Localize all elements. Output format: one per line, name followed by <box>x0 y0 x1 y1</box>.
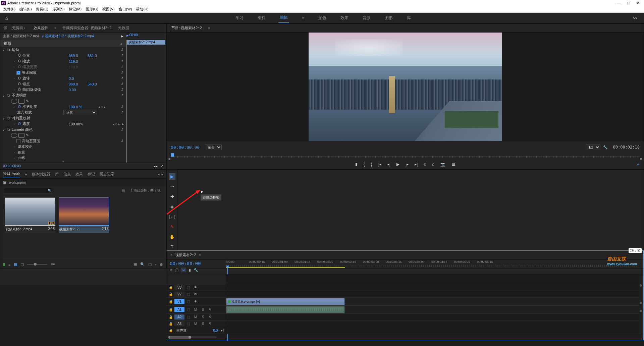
reset-icon[interactable]: ↺ <box>120 82 123 86</box>
add-marker-icon[interactable]: ▮ <box>355 162 358 167</box>
stopwatch-icon[interactable]: Ò <box>17 54 22 57</box>
eye-icon[interactable]: 👁 <box>192 292 199 296</box>
sort-icon[interactable]: ≡▾ <box>51 262 55 267</box>
eye-icon[interactable]: 👁 <box>192 286 199 289</box>
lock-icon[interactable]: 🔒 <box>167 286 174 289</box>
reset-icon[interactable]: ↺ <box>120 59 123 63</box>
lock-icon[interactable]: 🔒 <box>167 308 174 311</box>
menu-edit[interactable]: 编辑(E) <box>18 6 33 12</box>
lumetri-curves[interactable]: ›曲线 <box>0 155 126 159</box>
lock-icon[interactable]: 🔒 <box>167 292 174 296</box>
anchor-x[interactable]: 960.0 <box>69 82 86 86</box>
timeline-timecode[interactable]: 00:00:00:00 <box>170 261 223 266</box>
menu-marker[interactable]: 标记(M) <box>67 6 83 12</box>
mute-icon[interactable]: M <box>192 315 199 319</box>
fit-select[interactable]: 适合 <box>205 145 222 150</box>
lock-icon[interactable]: 🔒 <box>167 300 174 303</box>
timeline-tracks-area[interactable]: 视频素材2~2.mp4 [V] <box>226 274 639 334</box>
timeline-vscroll[interactable] <box>639 274 643 334</box>
find-icon[interactable]: 🔍 <box>140 262 145 267</box>
voice-over-icon[interactable]: 🎙 <box>207 315 214 319</box>
go-to-in-icon[interactable]: |◂ <box>378 162 381 167</box>
hand-tool-icon[interactable]: ✋ <box>169 233 175 240</box>
slip-tool-icon[interactable]: |↔| <box>169 213 175 220</box>
razor-tool-icon[interactable]: ◈ <box>169 203 175 210</box>
magnet-icon[interactable]: ⋂ <box>175 268 178 272</box>
linked-selection-icon[interactable]: ⫘ <box>181 268 186 272</box>
tab-media-browser[interactable]: 媒体浏览器 <box>32 172 50 177</box>
tab-menu-icon[interactable]: ≡ <box>54 26 56 30</box>
home-icon[interactable]: ⌂ <box>0 15 13 21</box>
bin-item-sequence[interactable]: 视频素材2~2 2:18 <box>59 197 109 233</box>
reset-icon[interactable]: ↺ <box>120 110 123 115</box>
ec-clip-bar[interactable]: 视频素材2~2.mp4 <box>127 40 165 45</box>
sync-lock-icon[interactable]: ⬚ <box>184 322 192 326</box>
timeline-zoom-slider[interactable] <box>170 336 217 338</box>
reset-icon[interactable]: ↺ <box>120 88 123 92</box>
trash-icon[interactable]: 🗑 <box>160 263 163 267</box>
fx-toggle-icon[interactable]: fx <box>6 94 11 97</box>
mask-ellipse-icon[interactable] <box>11 133 17 138</box>
timeline-ruler-area[interactable]: :00:0000:00:00:1500:00:01:0000:00:01:150… <box>226 260 643 274</box>
close-sequence-icon[interactable]: × <box>170 253 172 257</box>
work-area-bar[interactable] <box>226 267 345 268</box>
tab-program[interactable]: 节目: 视频素材2~2 <box>171 24 203 32</box>
position-y[interactable]: 551.0 <box>88 54 104 58</box>
panel-overflow-icon[interactable]: ›› ≡ <box>158 172 163 176</box>
lumetri-creative[interactable]: ›创意 <box>0 150 126 155</box>
sync-lock-icon[interactable]: ⬚ <box>184 292 192 296</box>
minimize-button[interactable]: — <box>617 1 621 5</box>
fx-lumetri-row[interactable]: ∨fx Lumetri 颜色 ↺ <box>0 127 126 132</box>
track-v2-target[interactable]: V2 <box>174 292 184 297</box>
auto-sequence-icon[interactable]: ▤ <box>133 262 137 267</box>
track-a3-target[interactable]: A3 <box>174 321 184 326</box>
thumbnail-size-slider[interactable] <box>27 264 47 265</box>
mute-icon[interactable]: M <box>192 308 199 311</box>
fx-toggle-icon[interactable]: fx <box>6 48 11 52</box>
track-v1-target[interactable]: V1 <box>174 299 184 304</box>
lift-icon[interactable]: ⎋ <box>424 162 426 167</box>
tab-info[interactable]: 信息 <box>63 172 71 177</box>
tab-effect-controls[interactable]: 效果控件 <box>33 24 49 32</box>
program-timecode-left[interactable]: 00:00:00:00 <box>171 145 200 150</box>
menu-view[interactable]: 视图(V) <box>101 6 116 12</box>
solo-icon[interactable]: S <box>199 322 207 326</box>
stopwatch-icon[interactable]: Ò <box>17 122 22 126</box>
ime-badge[interactable]: CH ♪ 简 <box>629 248 642 253</box>
ec-timecode[interactable]: 00:00:00:00 <box>3 164 21 168</box>
new-bin-icon[interactable]: ▢ <box>148 262 152 267</box>
scale-value[interactable]: 119.0 <box>69 59 86 63</box>
master-value[interactable]: 0.0 <box>213 329 218 332</box>
camera-icon[interactable]: ▤ <box>121 188 125 193</box>
reset-icon[interactable]: ↺ <box>120 53 123 58</box>
selection-tool-icon[interactable]: ▶ <box>169 173 175 180</box>
reset-icon[interactable]: ↺ <box>120 76 123 80</box>
solo-icon[interactable]: S <box>199 308 207 311</box>
export-frame-icon[interactable]: ↗ <box>160 164 163 168</box>
menu-sequence[interactable]: 序列(S) <box>51 6 66 12</box>
tab-audio-mixer[interactable]: 音频剪辑混合器: 视频素材2~2 <box>62 24 112 32</box>
tab-source[interactable]: 源:（无剪辑） <box>3 24 28 32</box>
program-scrubber[interactable]: ● ● <box>171 153 640 159</box>
play-only-icon[interactable]: ▸▸ <box>154 164 158 168</box>
tab-effects[interactable]: 效果 <box>75 172 83 177</box>
step-back-icon[interactable]: ◂| <box>387 162 390 167</box>
ws-tab-audio[interactable]: 音频 <box>361 13 372 23</box>
type-tool-icon[interactable]: T <box>169 243 175 250</box>
track-v3-target[interactable]: V3 <box>174 285 184 290</box>
extract-icon[interactable]: ⎌ <box>432 162 434 167</box>
sync-lock-icon[interactable]: ⬚ <box>184 315 192 319</box>
ripple-tool-icon[interactable]: ✚ <box>169 193 175 200</box>
fx-motion-row[interactable]: ∨fx 运动 ↺ <box>0 47 126 53</box>
flicker-value[interactable]: 0.00 <box>69 88 86 92</box>
ws-tab-graphics[interactable]: 图形 <box>383 13 394 23</box>
menu-window[interactable]: 窗口(W) <box>117 6 133 12</box>
play-icon[interactable]: ▶ <box>396 162 399 167</box>
voice-over-icon[interactable]: 🎙 <box>207 308 214 311</box>
sequence-name[interactable]: 视频素材2~2 <box>175 252 196 257</box>
mark-in-icon[interactable]: { <box>364 162 365 167</box>
bin-thumbnail[interactable] <box>59 197 109 226</box>
voice-over-icon[interactable]: 🎙 <box>207 322 214 326</box>
compare-icon[interactable]: ▦ <box>451 162 455 167</box>
hdr-checkbox[interactable] <box>16 139 20 143</box>
